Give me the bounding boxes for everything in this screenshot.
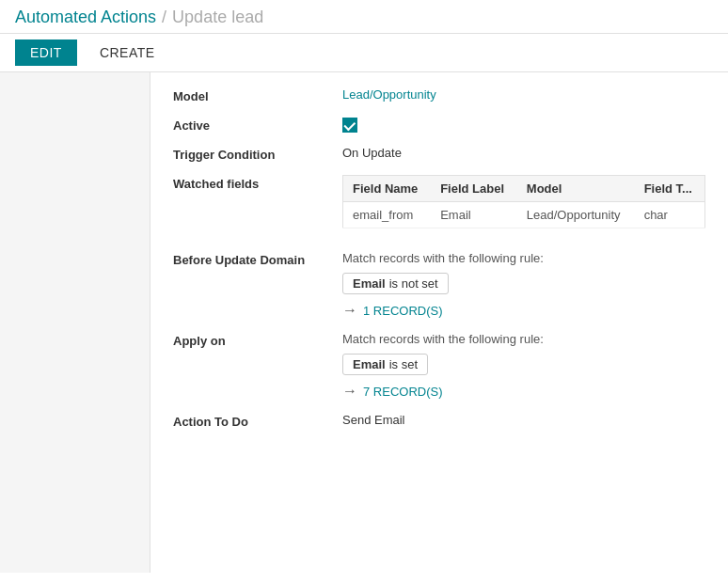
trigger-value: On Update: [342, 146, 705, 160]
apply-on-records-count: 7 RECORD(S): [363, 385, 443, 399]
col-field-type: Field T...: [635, 176, 705, 202]
apply-on-label: Apply on: [173, 332, 342, 348]
active-row: Active: [173, 117, 705, 133]
apply-on-filter-operator: is set: [389, 357, 418, 371]
before-update-row: Before Update Domain Match records with …: [173, 251, 705, 319]
col-field-name: Field Name: [343, 176, 432, 202]
sidebar: [0, 72, 150, 573]
watched-fields-row: Watched fields Field Name Field Label Mo…: [173, 175, 705, 228]
apply-on-records-link[interactable]: → 7 RECORD(S): [342, 383, 705, 400]
model-row: Model Lead/Opportunity: [173, 87, 705, 103]
create-button[interactable]: CREATE: [85, 39, 170, 66]
breadcrumb-current: Update lead: [172, 8, 263, 27]
before-update-filter-field: Email: [353, 276, 386, 291]
apply-on-value: Match records with the following rule: E…: [342, 332, 705, 400]
main-layout: Model Lead/Opportunity Active Trigger Co…: [0, 72, 728, 573]
apply-on-filter-badge[interactable]: Email is set: [342, 354, 428, 375]
watched-fields-table: Field Name Field Label Model Field T... …: [342, 175, 705, 228]
table-cell-field_label: Email: [431, 202, 517, 228]
table-cell-model: Lead/Opportunity: [517, 202, 635, 228]
col-model: Model: [517, 176, 635, 202]
active-value: [342, 117, 705, 133]
before-update-label: Before Update Domain: [173, 251, 342, 267]
table-cell-field_type: char: [635, 202, 705, 228]
before-update-records-link[interactable]: → 1 RECORD(S): [342, 302, 705, 319]
model-value: Lead/Opportunity: [342, 87, 705, 102]
trigger-label: Trigger Condition: [173, 146, 342, 162]
breadcrumb-parent[interactable]: Automated Actions: [15, 8, 156, 27]
before-update-desc: Match records with the following rule:: [342, 251, 705, 265]
action-label: Action To Do: [173, 413, 342, 429]
table-cell-field_name: email_from: [343, 202, 432, 228]
breadcrumb: Automated Actions / Update lead: [0, 0, 728, 34]
trigger-row: Trigger Condition On Update: [173, 146, 705, 162]
model-link[interactable]: Lead/Opportunity: [342, 87, 436, 102]
breadcrumb-separator: /: [162, 8, 166, 27]
arrow-right-icon: →: [342, 302, 357, 319]
before-update-filter-operator: is not set: [389, 276, 438, 291]
apply-on-desc: Match records with the following rule:: [342, 332, 705, 346]
before-update-filter-badge[interactable]: Email is not set: [342, 273, 449, 294]
active-label: Active: [173, 117, 342, 133]
before-update-records-count: 1 RECORD(S): [363, 304, 443, 318]
apply-on-row: Apply on Match records with the followin…: [173, 332, 705, 400]
watched-label: Watched fields: [173, 175, 342, 191]
watched-table-container: Field Name Field Label Model Field T... …: [342, 175, 705, 228]
apply-on-filter-field: Email: [353, 357, 386, 371]
arrow-right-icon-2: →: [342, 383, 357, 400]
col-field-label: Field Label: [431, 176, 517, 202]
edit-button[interactable]: EDIT: [15, 39, 77, 66]
action-row: Action To Do Send Email: [173, 413, 705, 429]
before-update-value: Match records with the following rule: E…: [342, 251, 705, 319]
table-row: email_fromEmailLead/Opportunitychar: [343, 202, 705, 228]
action-value: Send Email: [342, 413, 705, 427]
toolbar: EDIT CREATE: [0, 34, 728, 72]
content-area: Model Lead/Opportunity Active Trigger Co…: [150, 72, 728, 573]
model-label: Model: [173, 87, 342, 103]
active-checkbox[interactable]: [342, 118, 357, 133]
